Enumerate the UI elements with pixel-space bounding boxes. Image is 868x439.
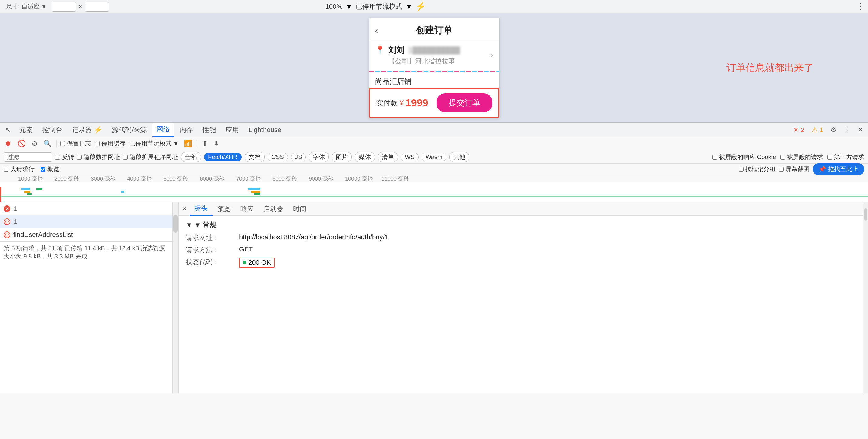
filter-row: 反转 隐藏数据网址 隐藏扩展程序网址 全部 Fetch/XHR 文档 CSS J… — [0, 150, 868, 164]
general-section-title: ▼ ▼ 常规 — [186, 221, 856, 230]
group-by-frame-checkbox[interactable]: 按框架分组 — [739, 165, 776, 173]
tick-5000: 5000 毫秒 — [163, 175, 188, 182]
network-item-3[interactable]: {} findUserAddressList — [0, 229, 172, 241]
network-list: ✕ 1 {} 1 {} findUserAddressList 第 5 项请求，… — [0, 202, 173, 393]
tab-lighthouse[interactable]: Lighthouse — [244, 124, 285, 136]
json-icon-1: {} — [4, 218, 10, 225]
details-tab-response[interactable]: 响应 — [236, 203, 258, 215]
filter-ws[interactable]: WS — [401, 153, 418, 162]
hide-data-url-checkbox[interactable]: 隐藏数据网址 — [77, 153, 120, 161]
filter-js[interactable]: JS — [291, 153, 306, 162]
filter-wasm[interactable]: Wasm — [422, 153, 446, 162]
item-name-3: findUserAddressList — [13, 231, 73, 239]
tab-console[interactable]: 控制台 — [38, 124, 67, 136]
filter-toggle-button[interactable]: ⊘ — [31, 139, 38, 148]
clear-button[interactable]: 🚫 — [17, 139, 27, 148]
network-throttle-icon[interactable]: ⚡ — [415, 1, 426, 11]
address-chevron-icon[interactable]: › — [491, 51, 493, 60]
warning-count-icon[interactable]: ⚠ 1 — [809, 125, 826, 135]
width-input[interactable]: 432 — [52, 2, 76, 11]
details-tab-timing[interactable]: 时间 — [288, 203, 311, 215]
cursor-icon[interactable]: ↖ — [2, 124, 14, 136]
back-button[interactable]: ‹ — [375, 26, 378, 35]
toolbar-right: ⋮ — [857, 2, 864, 11]
filter-media[interactable]: 媒体 — [355, 152, 375, 162]
overview-checkbox[interactable]: 概览 — [40, 165, 59, 173]
address-section: 📍 刘刘 1██████████ 【公司】河北省拉拉事 › — [369, 40, 499, 70]
top-toolbar: 尺寸: 自适应 ▼ 432 × 267 100% ▼ 已停用节流模式 ▼ ⚡ ⋮ — [0, 0, 868, 13]
filter-all[interactable]: 全部 — [181, 152, 201, 162]
hide-extension-checkbox[interactable]: 隐藏扩展程序网址 — [123, 153, 178, 161]
details-tab-preview[interactable]: 预览 — [213, 203, 236, 215]
shop-name: 尚品汇店铺 — [375, 77, 411, 85]
item-name-1: 1 — [13, 205, 17, 213]
request-method-row: 请求方法： GET — [186, 245, 856, 255]
filter-css[interactable]: CSS — [268, 153, 288, 162]
network-item-1[interactable]: ✕ 1 — [0, 202, 172, 215]
tab-performance[interactable]: 性能 — [198, 124, 220, 136]
details-tab-headers[interactable]: 标头 — [189, 202, 213, 216]
close-devtools-button[interactable]: ✕ — [855, 125, 866, 135]
scroll-area[interactable] — [173, 202, 179, 393]
network-item-2[interactable]: {} 1 — [0, 215, 172, 229]
more-options-icon[interactable]: ⋮ — [841, 125, 853, 135]
export-har-button[interactable]: ⬇ — [212, 139, 220, 148]
tick-7000: 7000 毫秒 — [236, 175, 261, 182]
preserve-log-checkbox[interactable]: 保留日志 — [60, 139, 91, 148]
disable-cache-checkbox[interactable]: 停用缓存 — [95, 139, 126, 148]
filter-fetch-xhr[interactable]: Fetch/XHR — [204, 153, 242, 162]
right-scroll-thumb — [864, 208, 867, 221]
submit-order-button[interactable]: 提交订单 — [437, 93, 492, 112]
price-value: 1999 — [405, 97, 428, 109]
record-button[interactable]: ⏺ — [4, 139, 13, 148]
settings-button[interactable]: ⚙ — [828, 125, 839, 135]
tab-memory[interactable]: 内存 — [175, 124, 197, 136]
address-phone: 1██████████ — [408, 46, 461, 54]
request-url-key: 请求网址： — [186, 233, 234, 242]
shop-section: 尚品汇店铺 — [369, 72, 499, 89]
filter-img[interactable]: 图片 — [332, 152, 352, 162]
order-bottom-bar: 实付款 ¥ 1999 提交订单 — [369, 88, 499, 118]
screenshots-checkbox[interactable]: 屏幕截图 — [779, 165, 810, 173]
address-name-row: 刘刘 1██████████ — [389, 45, 461, 55]
tab-network[interactable]: 网络 — [152, 123, 174, 137]
filter-other[interactable]: 其他 — [449, 152, 469, 162]
tab-recorder[interactable]: 记录器 ⚡ — [68, 124, 106, 136]
right-scrollbar[interactable] — [863, 202, 868, 393]
timeline-bars — [0, 182, 868, 202]
settings-icon[interactable]: ⋮ — [857, 2, 864, 11]
annotation-text: 订单信息就都出来了 — [726, 61, 813, 75]
throttle-select[interactable]: 已停用节流模式 ▼ — [129, 139, 179, 148]
tab-elements[interactable]: 元素 — [15, 124, 37, 136]
devtools-panel: ↖ 元素 控制台 记录器 ⚡ 源代码/来源 网络 内存 性能 应用 Lighth… — [0, 122, 868, 439]
request-method-value: GET — [239, 245, 253, 253]
details-content: ▼ ▼ 常规 请求网址： http://localhost:8087/api/o… — [179, 216, 863, 276]
invert-checkbox[interactable]: 反转 — [55, 153, 74, 161]
import-har-button[interactable]: ⬆ — [201, 139, 209, 148]
devtools-right-icons: ✕ 2 ⚠ 1 ⚙ ⋮ ✕ — [791, 125, 866, 135]
details-tab-initiator[interactable]: 启动器 — [258, 203, 288, 215]
wifi-icon: 📶 — [183, 139, 193, 148]
request-url-row: 请求网址： http://localhost:8087/api/order/or… — [186, 233, 856, 242]
tick-8000: 8000 毫秒 — [273, 175, 297, 182]
pin-button[interactable]: 📌 拖拽至此上 — [813, 163, 864, 175]
section-arrow-icon: ▼ — [186, 221, 192, 229]
error-count-icon[interactable]: ✕ 2 — [791, 125, 807, 135]
height-input[interactable]: 267 — [85, 2, 109, 11]
close-details-button[interactable]: ✕ — [182, 205, 187, 213]
filter-input[interactable] — [4, 152, 52, 162]
toolbar-size-label: 尺寸: 自适应 ▼ — [4, 1, 49, 12]
price-label: 实付款 — [376, 98, 398, 108]
blocked-cookies-checkbox[interactable]: 被屏蔽的响应 Cookie — [712, 153, 776, 161]
tab-sources[interactable]: 源代码/来源 — [107, 124, 151, 136]
error-icon: ✕ — [4, 205, 10, 212]
options-row: 大请求行 概览 按框架分组 屏幕截图 📌 拖拽至此上 — [0, 164, 868, 175]
third-party-checkbox[interactable]: 第三方请求 — [828, 153, 864, 161]
tab-application[interactable]: 应用 — [221, 124, 243, 136]
filter-manifest[interactable]: 清单 — [378, 152, 398, 162]
large-rows-checkbox[interactable]: 大请求行 — [4, 165, 34, 173]
search-button[interactable]: 🔍 — [42, 139, 53, 148]
blocked-requests-checkbox[interactable]: 被屏蔽的请求 — [780, 153, 823, 161]
filter-font[interactable]: 字体 — [309, 152, 329, 162]
filter-doc[interactable]: 文档 — [245, 152, 265, 162]
